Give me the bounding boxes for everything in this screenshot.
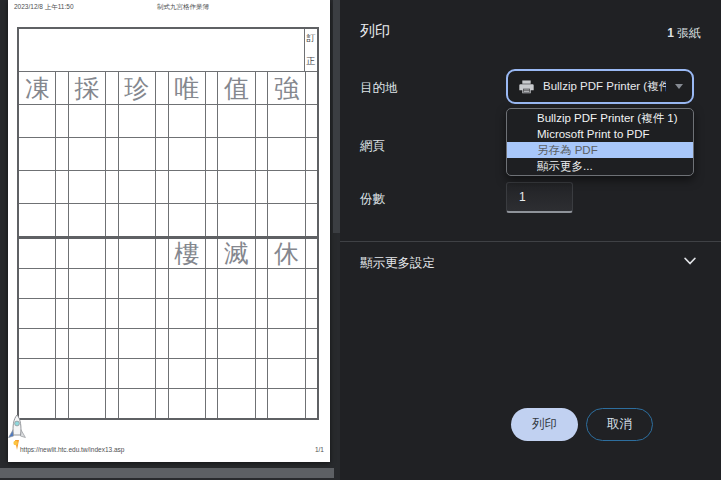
copies-label: 份數 — [360, 191, 385, 208]
character-cell — [68, 389, 105, 418]
destination-select[interactable]: Bullzip PDF Printer (複件 — [506, 69, 694, 104]
annotation-cell — [255, 72, 267, 104]
character-cell — [217, 171, 254, 203]
annotation-cell — [55, 389, 67, 418]
character-cell — [217, 138, 254, 170]
annotation-cell — [255, 389, 267, 418]
print-preview-pane: 2023/12/8 上午11:50 制式九宮格作業簿 訂 正 凍採珍唯值強 樓滅… — [0, 0, 340, 480]
annotation-cell — [105, 72, 117, 104]
character-cell — [267, 204, 304, 236]
annotation-cell — [205, 269, 217, 298]
annotation-cell — [105, 389, 117, 418]
sheet-row — [19, 104, 317, 137]
annotation-cell — [55, 171, 67, 203]
annotation-cell — [105, 359, 117, 388]
character-cell: 珍 — [118, 72, 155, 104]
annotation-cell — [255, 105, 267, 137]
annotation-cell — [255, 329, 267, 358]
pages-label: 網頁 — [360, 138, 385, 155]
copies-input[interactable] — [506, 182, 573, 213]
character-cell: 休 — [267, 239, 304, 268]
sheet-row — [19, 268, 317, 298]
sheet-header-blank-cell — [19, 29, 304, 71]
annotation-cell — [255, 171, 267, 203]
character-cell — [267, 269, 304, 298]
annotation-cell — [305, 105, 317, 137]
cancel-button[interactable]: 取消 — [586, 408, 653, 441]
destination-menu: Bullzip PDF Printer (複件 1)Microsoft Prin… — [506, 108, 694, 176]
annotation-cell — [55, 72, 67, 104]
character-cell — [168, 329, 205, 358]
character-cell — [68, 239, 105, 268]
preview-vertical-scrollbar[interactable] — [333, 0, 340, 233]
character-cell — [217, 105, 254, 137]
character-cell — [68, 299, 105, 328]
annotation-cell — [155, 204, 167, 236]
character-cell — [19, 138, 55, 170]
annotation-cell — [255, 359, 267, 388]
character-cell — [118, 239, 155, 268]
character-cell — [19, 359, 55, 388]
character-cell — [118, 329, 155, 358]
sheet-row — [19, 203, 317, 236]
annotation-cell — [205, 359, 217, 388]
destination-option[interactable]: Microsoft Print to PDF — [507, 126, 693, 142]
annotation-cell — [155, 171, 167, 203]
character-cell — [267, 359, 304, 388]
character-cell: 採 — [68, 72, 105, 104]
annotation-cell — [255, 204, 267, 236]
annotation-cell — [205, 389, 217, 418]
character-cell — [118, 269, 155, 298]
destination-selected-value: Bullzip PDF Printer (複件 — [543, 79, 666, 94]
character-cell — [267, 299, 304, 328]
sheet-count-unit: 張紙 — [677, 26, 701, 40]
character-cell — [19, 105, 55, 137]
character-cell — [118, 204, 155, 236]
character-cell — [168, 138, 205, 170]
annotation-cell — [105, 138, 117, 170]
destination-label: 目的地 — [360, 80, 398, 97]
character-cell — [118, 359, 155, 388]
annotation-cell — [205, 329, 217, 358]
character-cell — [267, 389, 304, 418]
annotation-cell — [155, 105, 167, 137]
sheet-section-1: 訂 正 凍採珍唯值強 — [17, 27, 319, 238]
sheet-row: 凍採珍唯值強 — [19, 71, 317, 104]
annotation-cell — [155, 359, 167, 388]
annotation-cell — [55, 138, 67, 170]
annotation-cell — [155, 389, 167, 418]
annotation-cell — [205, 204, 217, 236]
sheet-section-2: 樓滅休 — [17, 237, 319, 420]
character-cell — [168, 299, 205, 328]
destination-option[interactable]: 顯示更多... — [507, 158, 693, 174]
character-cell — [19, 329, 55, 358]
character-cell — [217, 329, 254, 358]
character-cell — [217, 389, 254, 418]
sheet-row — [19, 328, 317, 358]
rocket-icon — [5, 413, 29, 455]
annotation-cell — [155, 138, 167, 170]
annotation-cell — [205, 239, 217, 268]
annotation-cell — [55, 239, 67, 268]
annotation-cell — [55, 269, 67, 298]
sheet-row — [19, 170, 317, 203]
annotation-cell — [155, 269, 167, 298]
character-cell: 強 — [267, 72, 304, 104]
correction-label-bottom: 正 — [307, 55, 316, 68]
annotation-cell — [255, 239, 267, 268]
caret-down-icon — [675, 84, 683, 89]
character-cell — [68, 138, 105, 170]
annotation-cell — [255, 269, 267, 298]
sheet-row — [19, 298, 317, 328]
destination-option[interactable]: Bullzip PDF Printer (複件 1) — [507, 110, 693, 126]
more-settings-toggle[interactable]: 顯示更多設定 — [340, 250, 721, 276]
annotation-cell — [105, 105, 117, 137]
more-settings-label: 顯示更多設定 — [360, 255, 435, 272]
annotation-cell — [305, 389, 317, 418]
preview-horizontal-scrollbar[interactable] — [0, 468, 334, 478]
annotation-cell — [55, 105, 67, 137]
print-button[interactable]: 列印 — [511, 408, 578, 441]
destination-option[interactable]: 另存為 PDF — [507, 142, 693, 158]
character-cell — [217, 359, 254, 388]
annotation-cell — [205, 299, 217, 328]
